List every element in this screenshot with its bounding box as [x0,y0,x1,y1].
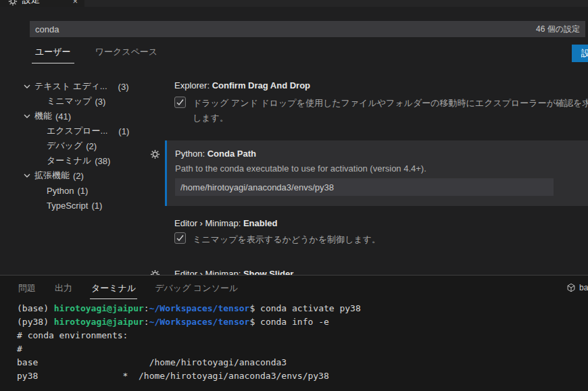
conda-path-input[interactable] [175,178,554,196]
terminal-line: py38 * /home/hirotoyagi/anaconda3/envs/p… [17,369,361,383]
toc-item-python[interactable]: Python (1) [24,183,159,198]
toc-item-debug[interactable]: デバッグ (2) [24,138,159,153]
check-icon [176,234,184,242]
setting-title-conda-path: Python: Conda Path [175,149,256,159]
toc-item-explorer[interactable]: エクスプロー... (1) [24,124,159,138]
setting-title-minimap-enabled: Editor › Minimap: Enabled [174,218,277,228]
terminal-line: (base) hirotoyagi@jaipur:~/Workspaces/te… [17,302,361,315]
check-icon [176,99,184,106]
terminal-line: base /home/hirotoyagi/anaconda3 [17,356,361,369]
tab-terminal[interactable]: ターミナル [90,282,137,299]
terminal-line: # [17,342,361,356]
bottom-panel: 問題 出力 ターミナル デバッグ コンソール bas (base) hiroto… [0,275,588,391]
gear-icon [8,0,18,6]
settings-toc: テキスト エディ... (3) ミニマップ (3) 機能 (41) エクスプロー… [24,79,159,213]
editor-tab-bar [0,0,588,7]
setting-description: ドラッグ アンド ドロップを使用したファイルやフォルダーの移動時にエクスプローラ… [193,97,588,109]
settings-search-input[interactable] [30,24,536,34]
terminal-output: (base) hirotoyagi@jaipur:~/Workspaces/te… [17,302,361,383]
terminal-line: (py38) hirotoyagi@jaipur:~/Workspaces/te… [17,315,361,329]
modified-setting-indicator [165,140,167,206]
search-results-count: 46 個の設定 [536,24,585,35]
chevron-down-icon [24,172,34,179]
setting-description: します。 [193,112,228,124]
toc-item-features[interactable]: 機能 (41) [24,109,159,124]
toc-item-terminal[interactable]: ターミナル (38) [24,153,159,168]
settings-search-box: 46 個の設定 [30,21,585,37]
tab-workspace[interactable]: ワークスペース [92,46,162,63]
tab-user[interactable]: ユーザー [32,46,74,63]
tab-problems[interactable]: 問題 [17,282,37,299]
confirm-drag-drop-checkbox[interactable] [174,97,186,108]
tab-output[interactable]: 出力 [53,282,74,299]
toc-item-typescript[interactable]: TypeScript (1) [24,198,159,213]
open-settings-button[interactable]: 設定 [572,45,588,62]
gear-icon[interactable] [150,149,160,159]
shell-label: bas [579,283,588,292]
chevron-down-icon [24,113,34,120]
settings-scope-tabs: ユーザー ワークスペース [32,46,161,63]
setting-title-confirm-drag-drop: Explorer: Confirm Drag And Drop [174,80,310,90]
minimap-enabled-checkbox[interactable] [174,232,186,244]
shell-cube-icon [566,283,576,292]
panel-tab-bar: 問題 出力 ターミナル デバッグ コンソール [17,282,239,299]
terminal-shell-selector[interactable]: bas [566,283,588,292]
terminal-line: # conda environments: [17,329,361,342]
vscode-window: 設定 × 46 個の設定 ユーザー ワークスペース 設定 テキスト エディ...… [0,0,588,391]
tab-title: 設定 [22,0,40,6]
setting-description: Path to the conda executable to use for … [175,163,426,174]
tab-debug-console[interactable]: デバッグ コンソール [153,282,239,299]
settings-editor-tab[interactable]: 設定 × [0,0,84,7]
close-icon[interactable]: × [72,0,78,6]
toc-item-extensions[interactable]: 拡張機能 (2) [24,168,159,183]
setting-description: ミニマップを表示するかどうかを制御します。 [193,234,381,246]
toc-item-minimap[interactable]: ミニマップ (3) [24,94,159,109]
toc-item-text-editor[interactable]: テキスト エディ... (3) [24,79,159,94]
chevron-down-icon [24,83,34,90]
